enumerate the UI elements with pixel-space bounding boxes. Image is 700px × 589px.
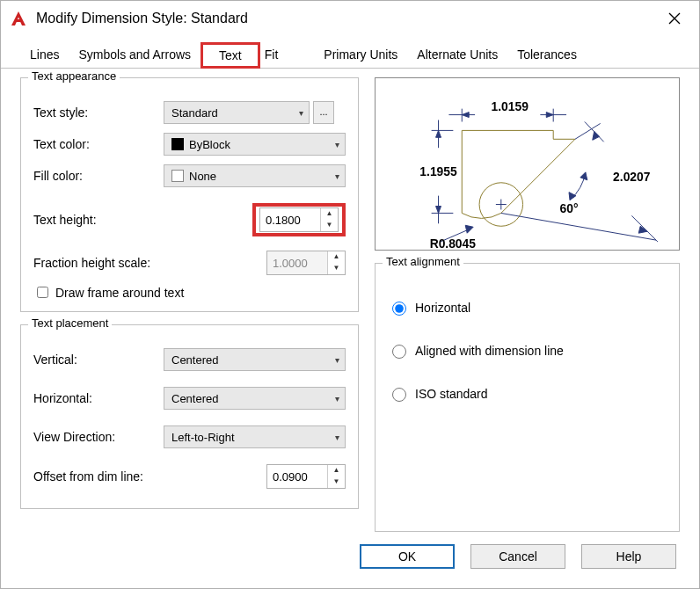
close-button[interactable]: [659, 5, 690, 32]
legend-text-appearance: Text appearance: [28, 69, 120, 83]
radio-aligned[interactable]: [392, 345, 406, 359]
spinner-arrows: ▲ ▼: [320, 208, 338, 231]
label-radio-aligned: Aligned with dimension line: [415, 344, 564, 358]
label-radio-iso: ISO standard: [415, 387, 488, 401]
svg-marker-20: [569, 193, 576, 200]
label-fill-color: Fill color:: [33, 169, 164, 183]
radio-horizontal[interactable]: [392, 302, 406, 316]
dropdown-horizontal-value: Centered: [171, 392, 218, 405]
label-draw-frame: Draw frame around text: [55, 286, 184, 300]
close-icon: [668, 12, 681, 25]
preview-dim-angle: 60°: [560, 201, 579, 215]
dropdown-view-direction[interactable]: Left-to-Right ▾: [164, 425, 346, 448]
svg-marker-17: [593, 131, 600, 140]
preview-dim-top: 1.0159: [492, 99, 529, 113]
label-text-height: Text height:: [33, 213, 164, 227]
label-radio-horizontal: Horizontal: [415, 301, 470, 315]
label-text-style: Text style:: [33, 105, 164, 120]
tab-primary-units[interactable]: Primary Units: [314, 41, 407, 68]
spinner-fraction-scale: ▲ ▼: [266, 251, 346, 275]
tab-text[interactable]: Text: [201, 42, 260, 69]
spinner-text-height[interactable]: ▲ ▼: [259, 207, 339, 232]
group-text-appearance: Text appearance Text style: Standard ▾ .…: [20, 77, 359, 312]
tab-alternate-units[interactable]: Alternate Units: [407, 41, 507, 68]
group-text-alignment: Text alignment Horizontal Aligned with d…: [375, 263, 680, 532]
ok-button[interactable]: OK: [360, 544, 455, 569]
chevron-down-icon: ▾: [335, 433, 339, 442]
svg-marker-5: [462, 113, 469, 118]
label-horizontal: Horizontal:: [33, 391, 164, 405]
titlebar: Modify Dimension Style: Standard: [1, 1, 699, 36]
tab-symbols-arrows[interactable]: Symbols and Arrows: [69, 41, 201, 68]
dialog-window: Modify Dimension Style: Standard Lines S…: [0, 0, 700, 589]
tab-fit[interactable]: Fit: [260, 41, 288, 68]
spinner-arrows: ▲ ▼: [327, 251, 345, 274]
dropdown-vertical-value: Centered: [171, 353, 218, 367]
dropdown-text-color[interactable]: ByBlock ▾: [164, 133, 346, 156]
label-vertical: Vertical:: [33, 353, 164, 367]
dropdown-view-direction-value: Left-to-Right: [171, 431, 235, 444]
chevron-down-icon: ▾: [335, 171, 339, 181]
help-button[interactable]: Help: [581, 544, 676, 569]
checkbox-draw-frame[interactable]: [37, 287, 48, 298]
svg-marker-12: [436, 207, 441, 214]
dropdown-text-color-value: ByBlock: [189, 138, 230, 151]
tab-strip: Lines Symbols and Arrows Text Fit Primar…: [1, 41, 699, 69]
preview-dim-left: 1.1955: [419, 164, 457, 178]
chevron-down-icon: ▾: [335, 140, 339, 149]
preview-dim-diag: 2.0207: [613, 170, 651, 184]
input-fraction-scale: [267, 251, 327, 274]
svg-marker-22: [465, 225, 473, 233]
input-offset[interactable]: [267, 465, 327, 488]
label-fraction-scale: Fraction height scale:: [33, 256, 192, 270]
label-offset: Offset from dim line:: [33, 469, 192, 484]
window-title: Modify Dimension Style: Standard: [36, 11, 659, 26]
app-icon: [10, 10, 27, 27]
arrow-down-icon[interactable]: ▼: [328, 476, 345, 488]
dropdown-text-style[interactable]: Standard ▾: [164, 101, 310, 124]
swatch-icon: [171, 138, 184, 150]
preview-dim-radius: R0.8045: [430, 236, 477, 250]
swatch-icon: [171, 170, 184, 182]
dropdown-vertical[interactable]: Centered ▾: [164, 348, 346, 371]
right-column: 1.0159 1.1955: [375, 77, 680, 532]
group-text-placement: Text placement Vertical: Centered ▾ Hori…: [20, 324, 359, 509]
arrow-down-icon: ▼: [328, 263, 345, 274]
chevron-down-icon: ▾: [335, 394, 339, 404]
dropdown-horizontal[interactable]: Centered ▾: [164, 387, 346, 410]
dialog-footer: OK Cancel Help: [1, 532, 699, 588]
legend-text-alignment: Text alignment: [383, 255, 463, 268]
tab-lines[interactable]: Lines: [20, 41, 69, 68]
text-style-browse-button[interactable]: ...: [313, 101, 334, 124]
svg-marker-11: [436, 130, 441, 137]
input-text-height[interactable]: [260, 208, 320, 231]
arrow-down-icon[interactable]: ▼: [321, 220, 338, 231]
arrow-up-icon[interactable]: ▲: [328, 465, 345, 476]
dialog-body: Text appearance Text style: Standard ▾ .…: [1, 69, 699, 532]
svg-marker-19: [580, 172, 587, 180]
dropdown-fill-color[interactable]: None ▾: [164, 164, 346, 187]
arrow-up-icon: ▲: [328, 251, 345, 263]
dimension-preview: 1.0159 1.1955: [375, 77, 680, 251]
svg-marker-6: [546, 113, 553, 118]
legend-text-placement: Text placement: [28, 316, 112, 330]
chevron-down-icon: ▾: [335, 355, 339, 365]
spinner-arrows: ▲ ▼: [327, 465, 345, 488]
dropdown-fill-color-value: None: [189, 170, 216, 183]
radio-iso[interactable]: [392, 388, 406, 402]
cancel-button[interactable]: Cancel: [470, 544, 565, 569]
label-text-color: Text color:: [33, 137, 164, 151]
arrow-up-icon[interactable]: ▲: [321, 208, 338, 220]
chevron-down-icon: ▾: [299, 108, 303, 118]
spinner-offset[interactable]: ▲ ▼: [266, 464, 346, 489]
dropdown-text-style-value: Standard: [171, 106, 218, 120]
tab-tolerances[interactable]: Tolerances: [507, 41, 587, 68]
highlight-text-height: ▲ ▼: [252, 203, 346, 236]
left-column: Text appearance Text style: Standard ▾ .…: [20, 77, 359, 532]
label-view-direction: View Direction:: [33, 430, 164, 444]
